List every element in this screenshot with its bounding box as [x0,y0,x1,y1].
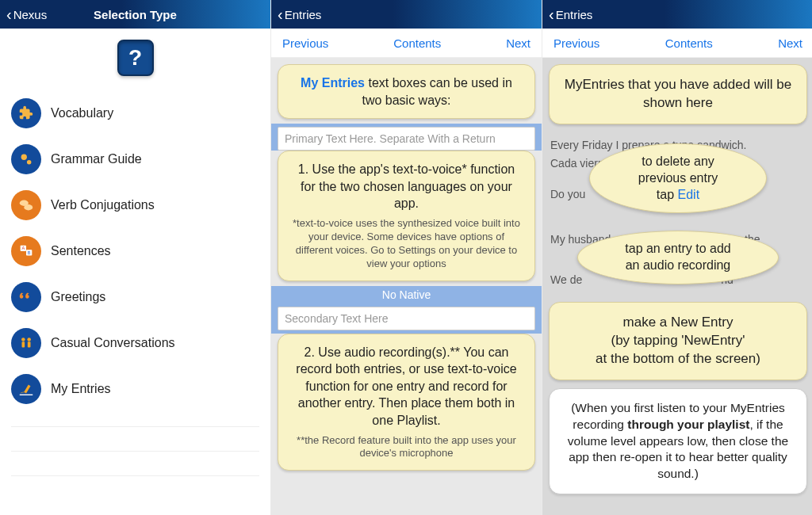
svg-point-10 [27,338,31,341]
no-native-header: No Native [271,286,542,303]
pager-bar: Previous Contents Next [271,29,542,58]
volume-note-card: (When you first listen to your MyEntries… [549,388,807,495]
prev-link[interactable]: Previous [282,36,328,50]
svg-point-8 [21,338,25,341]
edit-link-text: Edit [678,188,700,201]
intro-text: text boxes can be used in two basic ways… [362,76,511,107]
card2-main: 2. Use audio recording(s).** You can rec… [296,345,516,427]
intro-highlight: My Entries [301,76,365,90]
menu-item-myentries[interactable]: My Entries [11,366,259,412]
secondary-text-input[interactable]: Secondary Text Here [278,307,535,330]
empty-list-row [11,426,259,451]
menu-label: Casual Conversations [51,336,175,350]
chevron-left-icon: ‹ [6,6,12,22]
menu-item-greetings[interactable]: Greetings [11,274,259,320]
menu-label: Verb Conjugations [51,198,155,212]
chevron-left-icon: ‹ [549,6,554,22]
navbar: ‹ Nexus Selection Type [0,0,270,29]
back-label: Entries [556,8,593,21]
back-button[interactable]: ‹ Entries [271,6,327,22]
chat-bubbles-icon [11,190,41,220]
phone-1-selection-type: ‹ Nexus Selection Type ? Vocabulary [0,0,271,515]
navbar: ‹ Entries [271,0,542,29]
navbar: ‹ Entries [542,0,812,29]
people-icon [11,328,41,358]
back-label: Entries [285,8,322,21]
gears-icon [11,144,41,174]
menu-item-verbs[interactable]: Verb Conjugations [11,182,259,228]
next-link[interactable]: Next [778,36,802,50]
card-audio-recording: 2. Use audio recording(s).** You can rec… [278,334,535,471]
intro-card: MyEntries that you have added will be sh… [549,64,807,124]
card1-footnote: *text-to-voice uses the synthesized voic… [291,217,522,271]
svg-point-3 [24,204,33,210]
pager-bar: Previous Contents Next [542,29,812,58]
abc-blocks-icon: AB [11,236,41,266]
contents-link[interactable]: Contents [393,36,441,50]
tip-delete-entry: to delete any previous entry tap Edit [589,143,767,213]
svg-rect-9 [22,341,25,347]
back-button[interactable]: ‹ Nexus [0,6,53,22]
tip-line: to delete any [611,154,745,170]
tip-line: previous entry [611,170,745,187]
chevron-left-icon: ‹ [278,6,283,22]
menu-label: Sentences [51,244,111,258]
intro-card: My Entries text boxes can be used in two… [278,64,535,119]
tip-line-prefix: tap [657,188,678,201]
menu-label: Vocabulary [51,106,113,120]
primary-text-input[interactable]: Primary Text Here. Separate With a Retur… [278,127,535,151]
menu-item-grammar[interactable]: Grammar Guide [11,136,259,182]
menu-label: Greetings [51,290,105,304]
card1-main: 1. Use the app's text-to-voice* function… [298,162,515,210]
empty-list-row [11,475,259,500]
note-bold: through your playlist [627,418,749,431]
quotes-icon [11,282,41,312]
svg-point-1 [27,160,31,165]
tip-add-recording: tap an entry to add an audio recording [577,231,779,284]
pencil-hand-icon [11,374,41,404]
menu-label: Grammar Guide [51,152,142,166]
back-label: Nexus [13,8,48,21]
help-button[interactable]: ? [117,40,154,76]
tip-line: an audio recording [599,258,757,274]
card2-footnote: **the Record feature built into the app … [291,434,522,461]
phone-2-myentries-help: ‹ Entries Previous Contents Next My Entr… [271,0,542,515]
svg-point-0 [21,154,27,160]
phone-3-myentries-list: ‹ Entries Previous Contents Next MyEntri… [542,0,812,515]
menu-label: My Entries [51,382,111,396]
contents-link[interactable]: Contents [665,36,713,50]
prev-link[interactable]: Previous [553,36,599,50]
selection-list: Vocabulary Grammar Guide Verb Conjugatio… [0,90,270,412]
svg-rect-11 [28,341,31,347]
next-link[interactable]: Next [506,36,530,50]
puzzle-icon [11,98,41,128]
tip-make-new-entry: make a New Entry (by tapping 'NewEntry' … [549,302,807,380]
question-icon: ? [128,45,142,71]
empty-list-row [11,451,259,475]
back-button[interactable]: ‹ Entries [542,6,599,22]
menu-item-conversations[interactable]: Casual Conversations [11,320,259,366]
svg-text:B: B [28,250,31,255]
card-text-to-voice: 1. Use the app's text-to-voice* function… [278,151,535,280]
menu-item-vocabulary[interactable]: Vocabulary [11,90,259,136]
svg-text:A: A [21,246,25,250]
menu-item-sentences[interactable]: AB Sentences [11,228,259,274]
tip-line: tap an entry to add [599,241,757,258]
